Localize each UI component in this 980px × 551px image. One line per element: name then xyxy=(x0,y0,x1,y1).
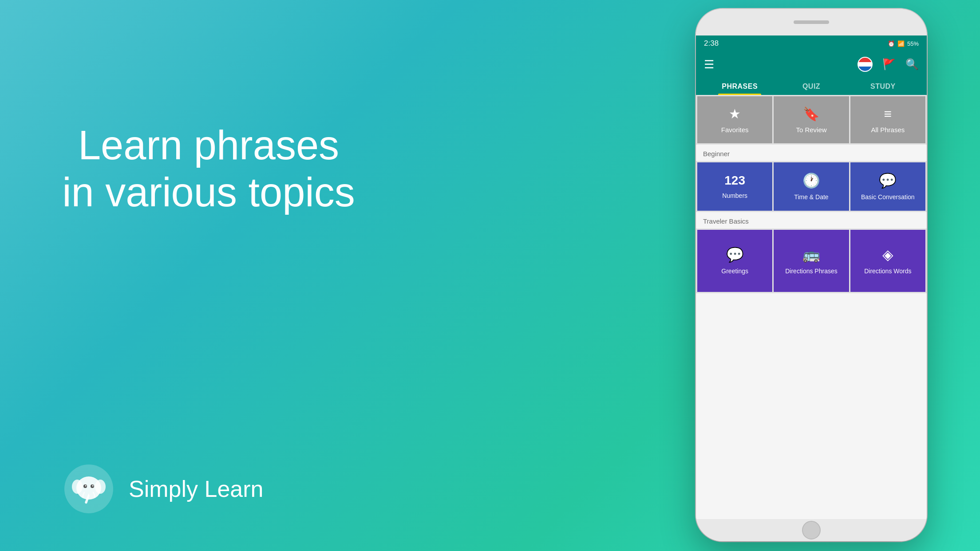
headline: Learn phrases in various topics xyxy=(62,122,355,216)
elephant-logo xyxy=(62,462,115,516)
time-date-card[interactable]: 🕐 Time & Date xyxy=(774,162,849,211)
header-right-icons: 🚩 🔍 xyxy=(858,57,919,72)
hamburger-icon[interactable]: ☰ xyxy=(704,58,714,71)
basic-conversation-card[interactable]: 💬 Basic Conversation xyxy=(850,162,925,211)
bookmark-icon: 🔖 xyxy=(803,106,819,122)
tabs: PHRASES QUIZ STUDY xyxy=(704,78,919,95)
direction-sign-icon: ◈ xyxy=(882,246,893,263)
app-content: ★ Favorites 🔖 To Review ≡ All Phrases Be… xyxy=(696,95,927,519)
signal-icon: 📶 xyxy=(897,40,905,47)
brand-name: Simply Learn xyxy=(129,476,263,502)
bus-icon: 🚌 xyxy=(802,246,820,263)
svg-point-2 xyxy=(72,480,83,494)
app-header: ☰ 🚩 🔍 PHRASES QUIZ STUDY xyxy=(696,51,927,95)
numbers-card[interactable]: 123 Numbers xyxy=(697,162,772,211)
all-phrases-card[interactable]: ≡ All Phrases xyxy=(850,96,925,143)
all-phrases-label: All Phrases xyxy=(871,126,905,134)
phone-bezel-top xyxy=(696,9,927,35)
beginner-section-label: Beginner xyxy=(696,145,927,161)
numbers-icon: 123 xyxy=(724,173,745,188)
directions-words-label: Directions Words xyxy=(864,268,911,275)
left-panel: Learn phrases in various topics Simply L… xyxy=(36,0,382,551)
greetings-label: Greetings xyxy=(721,268,748,275)
beginner-cards-row: 123 Numbers 🕐 Time & Date 💬 Basic Conver… xyxy=(696,161,927,212)
tab-phrases[interactable]: PHRASES xyxy=(704,78,775,95)
svg-point-7 xyxy=(92,485,94,487)
chat-icon: 💬 xyxy=(879,172,897,189)
star-icon: ★ xyxy=(729,106,741,122)
branding: Simply Learn xyxy=(62,462,263,516)
alarm-icon: ⏰ xyxy=(888,40,895,47)
traveler-section-label: Traveler Basics xyxy=(696,212,927,228)
favorites-label: Favorites xyxy=(721,126,749,134)
directions-phrases-label: Directions Phrases xyxy=(785,268,838,275)
traveler-cards-row: 💬 Greetings 🚌 Directions Phrases ◈ Direc… xyxy=(696,228,927,293)
phone-wrapper: 2:38 ⏰ 📶 55% ☰ 🚩 🔍 PHRASES xyxy=(696,9,927,541)
svg-point-6 xyxy=(85,485,87,487)
phone: 2:38 ⏰ 📶 55% ☰ 🚩 🔍 PHRASES xyxy=(696,9,927,541)
svg-point-3 xyxy=(95,480,106,494)
battery-label: 55% xyxy=(907,40,919,47)
basic-conversation-label: Basic Conversation xyxy=(861,193,915,201)
tab-quiz[interactable]: QUIZ xyxy=(775,78,847,95)
numbers-label: Numbers xyxy=(722,192,747,200)
directions-words-card[interactable]: ◈ Directions Words xyxy=(850,230,925,292)
top-cards-row: ★ Favorites 🔖 To Review ≡ All Phrases xyxy=(696,95,927,145)
status-bar: 2:38 ⏰ 📶 55% xyxy=(696,35,927,51)
time-date-label: Time & Date xyxy=(794,193,828,201)
clock-icon: 🕐 xyxy=(802,172,820,189)
list-icon: ≡ xyxy=(884,106,892,122)
thailand-flag[interactable] xyxy=(858,57,873,72)
flag-icon[interactable]: 🚩 xyxy=(882,58,896,71)
phone-bezel-bottom xyxy=(696,519,927,541)
status-icons: ⏰ 📶 55% xyxy=(888,40,919,47)
to-review-card[interactable]: 🔖 To Review xyxy=(774,96,849,143)
directions-phrases-card[interactable]: 🚌 Directions Phrases xyxy=(774,230,849,292)
to-review-label: To Review xyxy=(796,126,826,134)
tab-study[interactable]: STUDY xyxy=(847,78,919,95)
home-button[interactable] xyxy=(802,521,821,539)
search-icon[interactable]: 🔍 xyxy=(905,58,919,71)
greetings-icon: 💬 xyxy=(726,246,744,263)
status-time: 2:38 xyxy=(704,39,719,48)
phone-speaker xyxy=(794,20,829,24)
greetings-card[interactable]: 💬 Greetings xyxy=(697,230,772,292)
header-icons: ☰ 🚩 🔍 xyxy=(704,57,919,72)
favorites-card[interactable]: ★ Favorites xyxy=(697,96,772,143)
